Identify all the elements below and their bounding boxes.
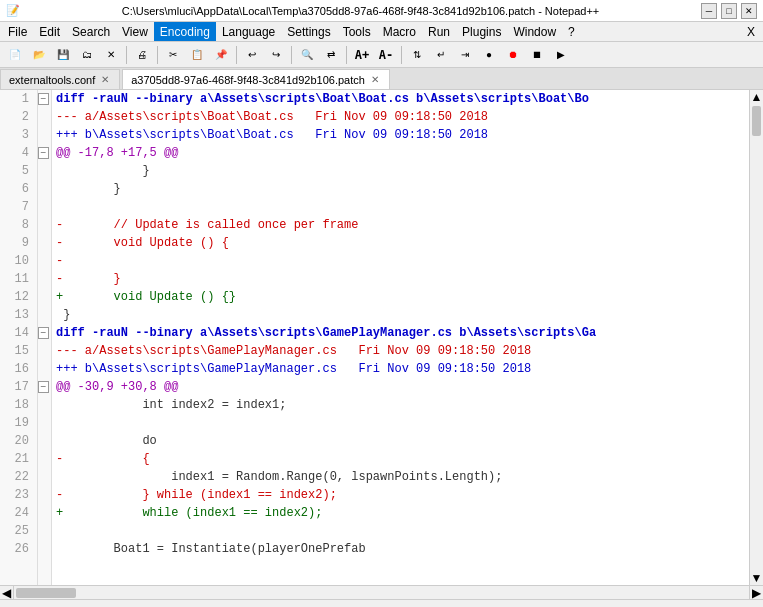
fold-cell[interactable]: − bbox=[38, 144, 51, 162]
code-line: diff -rauN --binary a\Assets\scripts\Boa… bbox=[56, 90, 749, 108]
scrollbar-vertical[interactable]: ▲ ▼ bbox=[749, 90, 763, 585]
code-line: } bbox=[56, 306, 749, 324]
line-number: 14 bbox=[4, 324, 33, 342]
close-button[interactable]: ✕ bbox=[741, 3, 757, 19]
fold-marker[interactable]: − bbox=[38, 381, 49, 393]
fold-cell bbox=[38, 216, 51, 234]
window-controls: ─ □ ✕ bbox=[701, 3, 757, 19]
fold-cell bbox=[38, 414, 51, 432]
fold-cell[interactable]: − bbox=[38, 378, 51, 396]
fold-cell bbox=[38, 522, 51, 540]
fold-cell bbox=[38, 432, 51, 450]
tb-sync-scroll[interactable]: ⇅ bbox=[406, 44, 428, 66]
sep4 bbox=[291, 46, 292, 64]
editor-main[interactable]: diff -rauN --binary a\Assets\scripts\Boa… bbox=[52, 90, 749, 585]
tb-record[interactable]: ⏺ bbox=[502, 44, 524, 66]
code-line: do bbox=[56, 432, 749, 450]
status-bar: Diff length : 3,104 lines : 102 Ln : 1 C… bbox=[0, 599, 763, 607]
tab-externaltools-close[interactable]: ✕ bbox=[99, 74, 111, 85]
code-line: - } bbox=[56, 270, 749, 288]
fold-cell bbox=[38, 396, 51, 414]
fold-cell[interactable]: − bbox=[38, 90, 51, 108]
tb-zoom-in[interactable]: A+ bbox=[351, 44, 373, 66]
sep1 bbox=[126, 46, 127, 64]
menu-encoding[interactable]: Encoding bbox=[154, 22, 216, 41]
title-text: C:\Users\mluci\AppData\Local\Temp\a3705d… bbox=[20, 5, 701, 17]
fold-cell bbox=[38, 270, 51, 288]
app-icon: 📝 bbox=[6, 4, 20, 17]
tb-stop[interactable]: ⏹ bbox=[526, 44, 548, 66]
fold-column: −−−− bbox=[38, 90, 52, 585]
line-number: 9 bbox=[4, 234, 33, 252]
code-line: Boat1 = Instantiate(playerOnePrefab bbox=[56, 540, 749, 558]
menu-settings[interactable]: Settings bbox=[281, 22, 336, 41]
menu-view[interactable]: View bbox=[116, 22, 154, 41]
tb-find[interactable]: 🔍 bbox=[296, 44, 318, 66]
fold-cell[interactable]: − bbox=[38, 324, 51, 342]
tb-marker[interactable]: ● bbox=[478, 44, 500, 66]
line-number: 5 bbox=[4, 162, 33, 180]
scroll-up-btn[interactable]: ▲ bbox=[750, 90, 763, 104]
line-number: 11 bbox=[4, 270, 33, 288]
tb-paste[interactable]: 📌 bbox=[210, 44, 232, 66]
scroll-left-btn[interactable]: ◀ bbox=[0, 586, 14, 599]
tb-new[interactable]: 📄 bbox=[4, 44, 26, 66]
editor-wrapper: diff -rauN --binary a\Assets\scripts\Boa… bbox=[52, 90, 749, 585]
line-number: 24 bbox=[4, 504, 33, 522]
menu-file[interactable]: File bbox=[2, 22, 33, 41]
tab-externaltools[interactable]: externaltools.conf ✕ bbox=[0, 69, 120, 89]
menu-macro[interactable]: Macro bbox=[377, 22, 422, 41]
menu-language[interactable]: Language bbox=[216, 22, 281, 41]
fold-marker[interactable]: − bbox=[38, 93, 49, 105]
menu-window[interactable]: Window bbox=[507, 22, 562, 41]
tb-print[interactable]: 🖨 bbox=[131, 44, 153, 66]
minimize-button[interactable]: ─ bbox=[701, 3, 717, 19]
fold-cell bbox=[38, 162, 51, 180]
tb-close[interactable]: ✕ bbox=[100, 44, 122, 66]
code-line: - void Update () { bbox=[56, 234, 749, 252]
fold-cell bbox=[38, 198, 51, 216]
tb-indent[interactable]: ⇥ bbox=[454, 44, 476, 66]
code-line: + void Update () {} bbox=[56, 288, 749, 306]
scroll-down-btn[interactable]: ▼ bbox=[750, 571, 763, 585]
tb-replace[interactable]: ⇄ bbox=[320, 44, 342, 66]
tab-patch-close[interactable]: ✕ bbox=[369, 74, 381, 85]
code-line: - // Update is called once per frame bbox=[56, 216, 749, 234]
line-number: 23 bbox=[4, 486, 33, 504]
scroll-thumb-h[interactable] bbox=[16, 588, 76, 598]
line-numbers: 1234567891011121314151617181920212223242… bbox=[0, 90, 38, 585]
tb-word-wrap[interactable]: ↵ bbox=[430, 44, 452, 66]
line-number: 1 bbox=[4, 90, 33, 108]
scroll-thumb-v[interactable] bbox=[752, 106, 761, 136]
code-line: - { bbox=[56, 450, 749, 468]
tb-undo[interactable]: ↩ bbox=[241, 44, 263, 66]
menu-plugins[interactable]: Plugins bbox=[456, 22, 507, 41]
code-line: --- a/Assets\scripts\Boat\Boat.cs Fri No… bbox=[56, 108, 749, 126]
tb-save-all[interactable]: 🗂 bbox=[76, 44, 98, 66]
menu-search[interactable]: Search bbox=[66, 22, 116, 41]
tab-patch[interactable]: a3705dd8-97a6-468f-9f48-3c841d92b106.pat… bbox=[122, 69, 390, 89]
menu-run[interactable]: Run bbox=[422, 22, 456, 41]
tb-copy[interactable]: 📋 bbox=[186, 44, 208, 66]
maximize-button[interactable]: □ bbox=[721, 3, 737, 19]
scroll-right-btn[interactable]: ▶ bbox=[749, 586, 763, 599]
scrollbar-horizontal[interactable]: ◀ ▶ bbox=[0, 585, 763, 599]
tb-open[interactable]: 📂 bbox=[28, 44, 50, 66]
fold-cell bbox=[38, 450, 51, 468]
code-line: - } while (index1 == index2); bbox=[56, 486, 749, 504]
fold-cell bbox=[38, 540, 51, 558]
tb-zoom-out[interactable]: A- bbox=[375, 44, 397, 66]
menu-help[interactable]: ? bbox=[562, 22, 581, 41]
code-content[interactable]: diff -rauN --binary a\Assets\scripts\Boa… bbox=[52, 90, 749, 585]
menu-tools[interactable]: Tools bbox=[337, 22, 377, 41]
menu-edit[interactable]: Edit bbox=[33, 22, 66, 41]
tb-redo[interactable]: ↪ bbox=[265, 44, 287, 66]
tb-play[interactable]: ▶ bbox=[550, 44, 572, 66]
fold-marker[interactable]: − bbox=[38, 147, 49, 159]
code-line: + while (index1 == index2); bbox=[56, 504, 749, 522]
line-number: 12 bbox=[4, 288, 33, 306]
tb-cut[interactable]: ✂ bbox=[162, 44, 184, 66]
fold-marker[interactable]: − bbox=[38, 327, 49, 339]
tb-save[interactable]: 💾 bbox=[52, 44, 74, 66]
menu-close-app[interactable]: X bbox=[741, 22, 761, 41]
